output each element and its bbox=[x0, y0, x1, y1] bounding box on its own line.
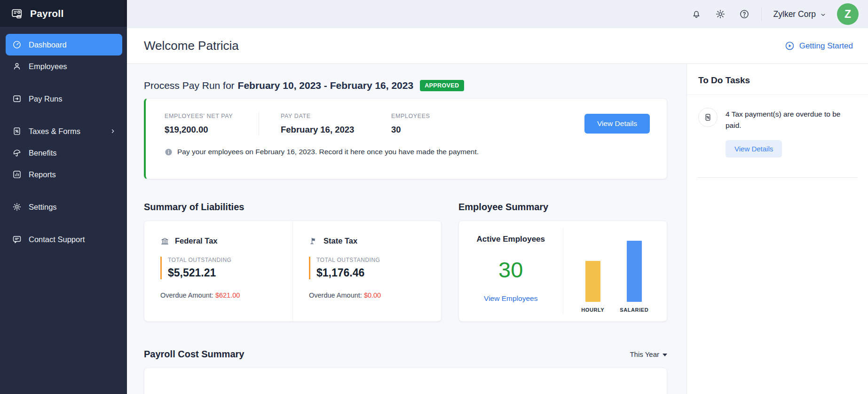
bar-label: SALARIED bbox=[620, 307, 648, 313]
avatar[interactable]: Z bbox=[837, 3, 859, 25]
org-switcher[interactable]: Zylker Corp bbox=[773, 9, 826, 19]
getting-started-link[interactable]: Getting Started bbox=[785, 41, 853, 51]
view-employees-link[interactable]: View Employees bbox=[484, 294, 537, 303]
dashboard-icon bbox=[12, 40, 22, 49]
sidebar-item-pay-runs[interactable]: Pay Runs bbox=[6, 88, 122, 110]
liabilities-heading: Summary of Liabilities bbox=[144, 202, 442, 213]
employees-icon bbox=[12, 62, 22, 71]
liability-state-tax: State Tax TOTAL OUTSTANDING $1,176.46 Ov… bbox=[292, 221, 441, 321]
liability-name: State Tax bbox=[324, 236, 357, 245]
nav-spacer bbox=[6, 110, 122, 120]
liabilities-card: Federal Tax TOTAL OUTSTANDING $5,521.21 … bbox=[144, 221, 442, 322]
stat-label: PAY DATE bbox=[281, 113, 391, 119]
payrun-period: February 10, 2023 - February 16, 2023 bbox=[238, 80, 414, 91]
outstanding-value: $1,176.46 bbox=[316, 267, 430, 279]
payroll-cost-card bbox=[144, 368, 667, 394]
payrun-note: Pay your employees on February 16, 2023.… bbox=[165, 148, 650, 156]
todo-heading: To Do Tasks bbox=[687, 64, 868, 95]
benefits-icon bbox=[12, 148, 22, 158]
tax-document-icon bbox=[703, 113, 712, 122]
payrun-title-prefix: Process Pay Run for bbox=[144, 80, 235, 91]
chevron-down-icon bbox=[820, 12, 826, 18]
panel-divider bbox=[697, 177, 858, 178]
sidebar-item-label: Reports bbox=[29, 170, 56, 179]
nav-spacer bbox=[6, 185, 122, 196]
sidebar-item-reports[interactable]: Reports bbox=[6, 164, 122, 185]
info-icon bbox=[165, 148, 173, 156]
overdue-label: Overdue Amount: bbox=[160, 292, 213, 299]
todo-panel: To Do Tasks 4 Tax payment(s) are overdue… bbox=[687, 64, 868, 394]
sidebar-item-contact-support[interactable]: Contact Support bbox=[6, 229, 122, 250]
avatar-letter: Z bbox=[844, 8, 851, 21]
topbar: Zylker Corp Z bbox=[127, 0, 868, 28]
sidebar-item-label: Employees bbox=[29, 62, 67, 71]
outstanding-value: $5,521.21 bbox=[168, 267, 281, 279]
nav-spacer bbox=[6, 77, 122, 88]
sidebar-item-label: Settings bbox=[29, 203, 57, 212]
bar-hourly bbox=[585, 261, 600, 302]
bell-icon bbox=[691, 9, 702, 19]
range-label: This Year bbox=[630, 350, 659, 358]
sidebar-item-label: Benefits bbox=[29, 149, 57, 158]
chevron-right-icon bbox=[110, 128, 116, 134]
nav-spacer bbox=[6, 218, 122, 229]
sidebar-item-label: Taxes & Forms bbox=[29, 127, 80, 136]
liability-name: Federal Tax bbox=[175, 236, 217, 245]
overdue-value: $621.00 bbox=[215, 292, 240, 299]
help-icon bbox=[739, 9, 750, 19]
stat-label: EMPLOYEES' NET PAY bbox=[165, 113, 259, 119]
bar-salaried bbox=[627, 241, 642, 302]
caret-down-icon bbox=[663, 354, 667, 356]
bar-group-hourly: HOURLY bbox=[581, 261, 604, 313]
todo-icon-circle bbox=[698, 108, 718, 127]
welcome-bar: Welcome Patricia Getting Started bbox=[127, 28, 868, 64]
stat-pay-date: PAY DATE February 16, 2023 bbox=[281, 113, 391, 135]
settings-icon bbox=[12, 202, 22, 212]
bank-icon bbox=[160, 236, 169, 245]
payrun-note-text: Pay your employees on February 16, 2023.… bbox=[177, 148, 479, 156]
sidebar-item-taxes-forms[interactable]: Taxes & Forms bbox=[6, 120, 122, 142]
taxes-forms-icon bbox=[12, 126, 22, 136]
contact-support-icon bbox=[12, 235, 22, 244]
app-logo[interactable]: Payroll bbox=[0, 0, 127, 27]
page-title: Welcome Patricia bbox=[144, 39, 239, 53]
play-circle-icon bbox=[785, 41, 795, 51]
view-details-button[interactable]: View Details bbox=[584, 114, 650, 134]
sidebar-item-label: Pay Runs bbox=[29, 95, 63, 103]
todo-view-details-button[interactable]: View Details bbox=[726, 140, 782, 158]
stat-value: 30 bbox=[391, 125, 430, 135]
active-employees-count: 30 bbox=[498, 259, 523, 281]
topbar-divider bbox=[761, 7, 762, 21]
payrun-heading: Process Pay Run for February 10, 2023 - … bbox=[144, 80, 667, 91]
payroll-logo-icon bbox=[11, 8, 24, 20]
outstanding-label: TOTAL OUTSTANDING bbox=[316, 257, 430, 263]
sidebar-nav: Dashboard Employees Pay Runs Taxes & For… bbox=[0, 27, 127, 250]
payrun-card: EMPLOYEES' NET PAY $19,200.00 PAY DATE F… bbox=[144, 98, 667, 179]
employee-summary-heading: Employee Summary bbox=[458, 202, 667, 213]
help-button[interactable] bbox=[739, 9, 750, 19]
payroll-cost-heading: Payroll Cost Summary bbox=[144, 349, 244, 360]
getting-started-label: Getting Started bbox=[799, 41, 853, 51]
todo-task-text: 4 Tax payment(s) are overdue to be paid. bbox=[726, 108, 857, 131]
notifications-button[interactable] bbox=[691, 9, 702, 19]
range-select[interactable]: This Year bbox=[630, 350, 667, 358]
sidebar-item-dashboard[interactable]: Dashboard bbox=[6, 34, 122, 55]
org-name: Zylker Corp bbox=[773, 9, 816, 19]
stat-label: EMPLOYEES bbox=[391, 113, 430, 119]
sidebar-item-label: Contact Support bbox=[29, 235, 85, 244]
stat-net-pay: EMPLOYEES' NET PAY $19,200.00 bbox=[165, 113, 259, 135]
sidebar-item-employees[interactable]: Employees bbox=[6, 55, 122, 77]
bar-group-salaried: SALARIED bbox=[620, 241, 648, 313]
settings-button[interactable] bbox=[715, 9, 726, 19]
gear-icon bbox=[715, 9, 726, 19]
app-title: Payroll bbox=[30, 8, 63, 19]
flag-icon bbox=[309, 236, 318, 245]
main-content: Process Pay Run for February 10, 2023 - … bbox=[127, 64, 687, 394]
liability-federal-tax: Federal Tax TOTAL OUTSTANDING $5,521.21 … bbox=[144, 221, 292, 321]
sidebar-item-settings[interactable]: Settings bbox=[6, 196, 122, 218]
overdue-value: $0.00 bbox=[364, 292, 381, 299]
sidebar-item-label: Dashboard bbox=[29, 40, 67, 49]
employee-summary-card: Active Employees 30 View Employees HOURL… bbox=[458, 221, 667, 322]
status-badge: APPROVED bbox=[420, 80, 464, 91]
sidebar-item-benefits[interactable]: Benefits bbox=[6, 142, 122, 164]
